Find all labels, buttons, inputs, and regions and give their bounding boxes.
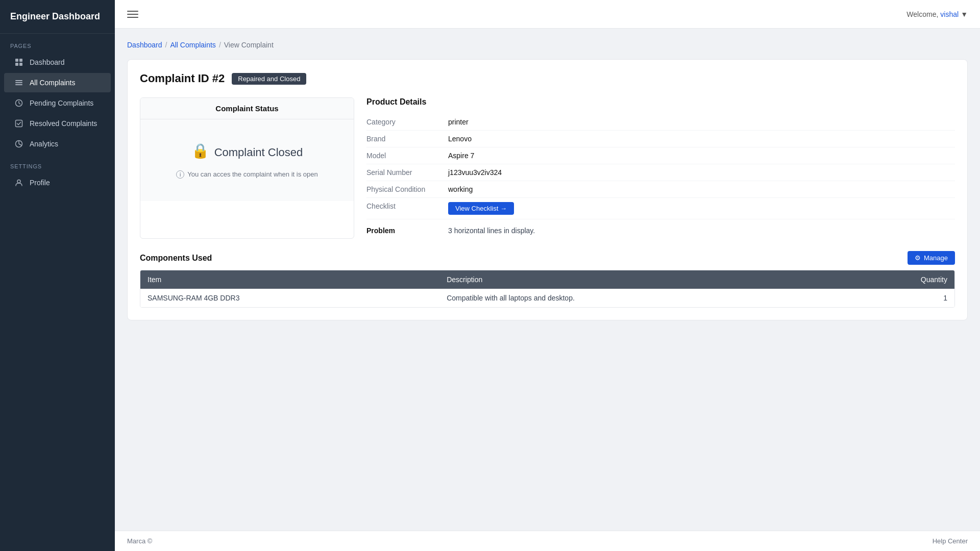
detail-row-category: Category printer	[366, 114, 955, 131]
footer-right: Help Center	[933, 537, 968, 545]
gear-icon: ⚙	[915, 254, 921, 262]
problem-label: Problem	[366, 227, 448, 235]
status-panel-body: 🔒 Complaint Closed i You can acces the c…	[140, 119, 354, 201]
status-closed-text: Complaint Closed	[214, 146, 303, 159]
breadcrumb-all-complaints[interactable]: All Complaints	[170, 41, 215, 49]
detail-row-checklist: Checklist View Checklist →	[366, 198, 955, 219]
detail-label-serial: Serial Number	[366, 168, 448, 177]
svg-rect-5	[15, 82, 22, 83]
complaint-card: Complaint ID #2 Repaired and Closed Comp…	[127, 59, 968, 320]
sidebar-item-resolved-complaints-label: Resolved Complaints	[30, 119, 97, 128]
pages-section-label: Pages	[0, 34, 115, 52]
grid-icon	[14, 58, 23, 67]
col-header-description: Description	[439, 270, 839, 289]
svg-rect-1	[19, 59, 22, 62]
manage-button[interactable]: ⚙ Manage	[908, 251, 955, 265]
table-row: SAMSUNG-RAM 4GB DDR3 Compatible with all…	[140, 289, 954, 307]
svg-rect-4	[15, 80, 22, 81]
list-icon	[14, 78, 23, 87]
view-checklist-button[interactable]: View Checklist →	[448, 202, 514, 215]
svg-rect-0	[15, 59, 18, 62]
sidebar-item-all-complaints-label: All Complaints	[30, 79, 75, 87]
problem-row: Problem 3 horizontal lines in display.	[366, 219, 955, 239]
detail-row-model: Model Aspire 7	[366, 147, 955, 164]
product-details-title: Product Details	[366, 97, 955, 107]
detail-value-serial: j123vuu3v2iv324	[448, 168, 502, 177]
svg-rect-8	[16, 120, 22, 127]
breadcrumb-current: View Complaint	[224, 41, 274, 49]
check-square-icon	[14, 119, 23, 128]
complaint-header: Complaint ID #2 Repaired and Closed	[140, 72, 955, 85]
status-info-text: You can acces the complaint when it is o…	[187, 170, 317, 178]
hamburger-icon[interactable]	[127, 11, 138, 18]
status-badge: Repaired and Closed	[232, 73, 306, 85]
components-table: Item Description Quantity SAMSUNG-RAM 4G…	[140, 270, 954, 307]
complaint-body: Complaint Status 🔒 Complaint Closed i Yo…	[140, 97, 955, 239]
lock-icon: 🔒	[191, 142, 209, 159]
main-area: Welcome, vishal ▼ Dashboard / All Compla…	[115, 0, 980, 551]
sidebar: Engineer Dashboard Pages Dashboard All C…	[0, 0, 115, 551]
cell-description: Compatible with all laptops and desktop.	[439, 289, 839, 307]
components-header: Components Used ⚙ Manage	[140, 251, 955, 265]
svg-rect-6	[15, 84, 22, 85]
detail-row-brand: Brand Lenovo	[366, 131, 955, 147]
table-header-row: Item Description Quantity	[140, 270, 954, 289]
svg-point-10	[17, 180, 20, 183]
pie-chart-icon	[14, 139, 23, 148]
detail-value-model: Aspire 7	[448, 152, 474, 160]
sidebar-item-dashboard[interactable]: Dashboard	[4, 53, 111, 72]
components-title: Components Used	[140, 254, 212, 263]
sidebar-item-profile-label: Profile	[30, 179, 50, 187]
svg-rect-3	[19, 63, 22, 66]
components-table-wrapper: Item Description Quantity SAMSUNG-RAM 4G…	[140, 270, 955, 308]
detail-value-brand: Lenovo	[448, 135, 472, 143]
product-details: Product Details Category printer Brand L…	[366, 97, 955, 239]
cell-item: SAMSUNG-RAM 4GB DDR3	[140, 289, 439, 307]
clock-icon	[14, 98, 23, 108]
components-section: Components Used ⚙ Manage Item Descriptio…	[140, 251, 955, 308]
sidebar-item-pending-complaints-label: Pending Complaints	[30, 99, 93, 107]
caret-down-icon: ▼	[961, 10, 968, 18]
topbar-user-info: Welcome, vishal ▼	[906, 10, 968, 18]
sidebar-item-pending-complaints[interactable]: Pending Complaints	[4, 93, 111, 113]
cell-quantity: 1	[840, 289, 954, 307]
complaint-title: Complaint ID #2	[140, 72, 225, 85]
detail-value-category: printer	[448, 118, 469, 126]
welcome-text: Welcome,	[906, 10, 938, 18]
status-info-row: i You can acces the complaint when it is…	[176, 170, 317, 179]
content-area: Dashboard / All Complaints / View Compla…	[115, 29, 980, 531]
breadcrumb-sep-2: /	[219, 41, 221, 49]
sidebar-title: Engineer Dashboard	[0, 0, 115, 34]
detail-row-condition: Physical Condition working	[366, 181, 955, 198]
detail-label-brand: Brand	[366, 135, 448, 143]
user-icon	[14, 178, 23, 187]
svg-rect-2	[15, 63, 18, 66]
sidebar-item-resolved-complaints[interactable]: Resolved Complaints	[4, 114, 111, 133]
topbar: Welcome, vishal ▼	[115, 0, 980, 29]
sidebar-item-dashboard-label: Dashboard	[30, 58, 65, 66]
topbar-username: vishal	[940, 10, 959, 18]
sidebar-item-all-complaints[interactable]: All Complaints	[4, 73, 111, 92]
detail-label-checklist: Checklist	[366, 202, 448, 215]
status-panel-header: Complaint Status	[140, 98, 354, 119]
sidebar-item-profile[interactable]: Profile	[4, 173, 111, 192]
footer: Marca © Help Center	[115, 531, 980, 551]
sidebar-item-analytics[interactable]: Analytics	[4, 134, 111, 154]
col-header-item: Item	[140, 270, 439, 289]
detail-row-serial: Serial Number j123vuu3v2iv324	[366, 164, 955, 181]
problem-value: 3 horizontal lines in display.	[448, 227, 535, 235]
detail-label-category: Category	[366, 118, 448, 126]
breadcrumb: Dashboard / All Complaints / View Compla…	[127, 41, 968, 49]
manage-label: Manage	[924, 254, 948, 262]
info-icon: i	[176, 170, 184, 179]
detail-label-condition: Physical Condition	[366, 185, 448, 193]
breadcrumb-dashboard[interactable]: Dashboard	[127, 41, 162, 49]
status-panel: Complaint Status 🔒 Complaint Closed i Yo…	[140, 97, 354, 239]
status-closed-display: 🔒 Complaint Closed	[191, 142, 303, 163]
col-header-quantity: Quantity	[840, 270, 954, 289]
sidebar-item-analytics-label: Analytics	[30, 140, 58, 148]
detail-label-model: Model	[366, 152, 448, 160]
detail-value-condition: working	[448, 185, 473, 193]
view-checklist-label: View Checklist →	[455, 205, 507, 212]
settings-section-label: Settings	[0, 154, 115, 172]
